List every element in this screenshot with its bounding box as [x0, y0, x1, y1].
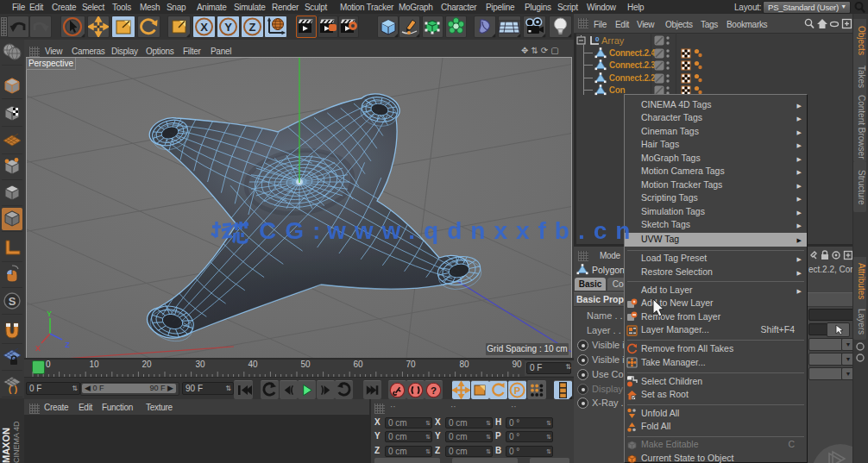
svg-text:Y: Y	[47, 310, 52, 318]
svg-text:?: ?	[431, 385, 437, 396]
svg-text:X: X	[200, 21, 208, 34]
svg-text:Z: Z	[65, 341, 70, 349]
svg-text:Y: Y	[224, 21, 232, 34]
svg-text:( ): ( )	[9, 384, 18, 394]
svg-text:P: P	[513, 385, 519, 396]
svg-text:Z: Z	[249, 21, 256, 34]
svg-text:S: S	[9, 295, 16, 308]
svg-text:0: 0	[595, 35, 600, 43]
svg-text:X: X	[35, 344, 41, 353]
